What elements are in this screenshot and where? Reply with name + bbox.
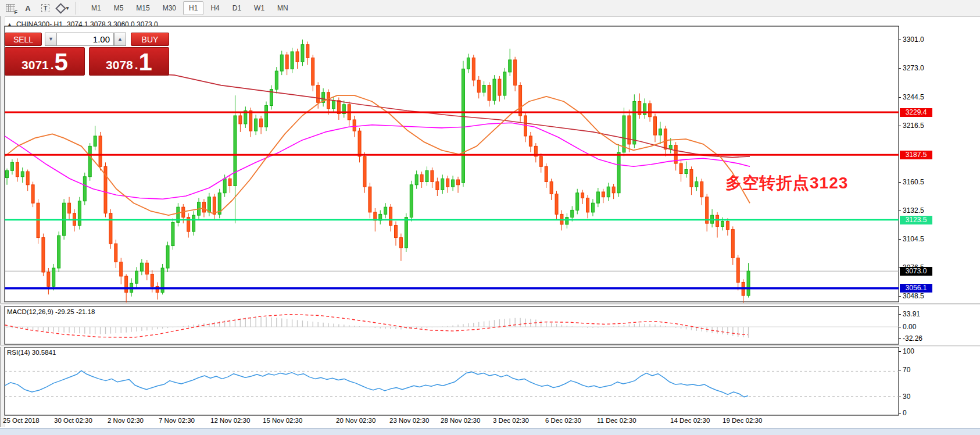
time-axis-label: 11 Dec 02:30 [597,417,636,424]
sell-button[interactable]: SELL [5,33,42,46]
axis-tick-mark [899,97,901,98]
price-tick-label: 3048.5 [903,292,924,300]
time-axis-label: 2 Nov 02:30 [108,417,144,424]
rsi-panel [5,347,899,415]
rsi-tick-label: 0 [903,409,907,417]
time-axis-label: 7 Nov 02:30 [159,417,195,424]
volume-increase-button[interactable]: ▲ [114,33,126,46]
price-level-badge: 3123.5 [900,216,932,224]
price-tick-label: 3301.0 [903,35,924,44]
axis-tick-mark [899,351,901,352]
rsi-tick-label: 70 [903,366,910,374]
buy-price-decimal: 1 [139,51,152,74]
axis-tick-mark [899,413,901,413]
volume-decrease-button[interactable]: ▼ [45,33,57,46]
one-click-trade-panel: SELL ▼ ▲ BUY 3071 . 5 3078 . 1 [5,31,169,76]
rsi-tick-label: 30 [903,393,910,401]
trading-platform-window: F A T ▾ M1M5M15M30H1H4D1W1MN ▲ CHINA300-… [0,0,980,435]
rsi-label: RSI(14) 30.5841 [7,349,56,356]
panel-splitter[interactable] [0,303,980,305]
axis-tick-mark [899,338,901,339]
macd-tick-label: -32.26 [903,334,922,343]
time-axis-label: 14 Dec 02:30 [670,417,710,424]
axis-tick-mark [899,68,901,69]
panel-splitter[interactable] [0,345,980,347]
time-axis-label: 19 Dec 02:30 [723,417,762,424]
axis-tick-mark [899,397,901,397]
buy-price-dot: . [135,56,138,74]
axis-tick-mark [899,239,901,240]
price-level-badge: 3229.4 [900,108,932,117]
sell-price-dot: . [51,56,54,74]
price-tick-label: 3273.0 [903,64,924,72]
sell-price-int: 3071 [22,56,49,74]
time-axis-label: 20 Nov 02:30 [336,417,375,424]
sell-price-display[interactable]: 3071 . 5 [5,47,85,76]
sell-price-decimal: 5 [55,51,68,74]
time-axis-label: 12 Nov 02:30 [210,417,250,424]
axis-tick-mark [899,296,901,297]
axis-tick-mark [899,211,901,211]
axis-tick-mark [899,314,901,315]
price-level-badge: 3187.5 [900,151,932,159]
buy-button[interactable]: BUY [131,33,169,46]
price-tick-label: 3132.5 [903,206,924,215]
price-level-badge: 3056.1 [900,284,932,293]
time-axis-label: 3 Dec 02:30 [493,417,529,424]
price-tick-label: 3160.5 [903,178,924,186]
axis-tick-mark [899,327,901,327]
time-axis-label: 23 Nov 02:30 [389,417,429,424]
axis-tick-mark [899,126,901,126]
time-axis-label: 6 Dec 02:30 [545,417,581,424]
macd-panel [5,306,899,344]
time-axis-label: 30 Oct 02:30 [54,417,92,424]
window-bottom-strip [0,428,980,435]
macd-label: MACD(12,26,9) -29.25 -21.18 [7,308,95,315]
macd-tick-label: 0.00 [903,323,916,331]
axis-tick-mark [899,182,901,183]
time-axis-label: 15 Nov 02:30 [263,417,302,424]
buy-price-int: 3078 [106,56,133,74]
price-tick-label: 3216.5 [903,122,924,130]
price-tick-label: 3104.5 [903,235,924,243]
buy-price-display[interactable]: 3078 . 1 [89,47,169,76]
axis-tick-mark [899,40,901,40]
rsi-tick-label: 100 [903,347,914,355]
axis-tick-mark [899,370,901,370]
volume-input[interactable] [56,33,114,46]
time-axis-label: 25 Oct 2018 [3,417,40,424]
chart-text-annotation: 多空转折点3123 [725,172,848,194]
macd-tick-label: 33.91 [903,310,920,318]
time-axis-label: 28 Nov 02:30 [441,417,480,424]
price-tick-label: 3244.5 [903,93,924,101]
price-level-badge: 3073.0 [900,267,932,276]
